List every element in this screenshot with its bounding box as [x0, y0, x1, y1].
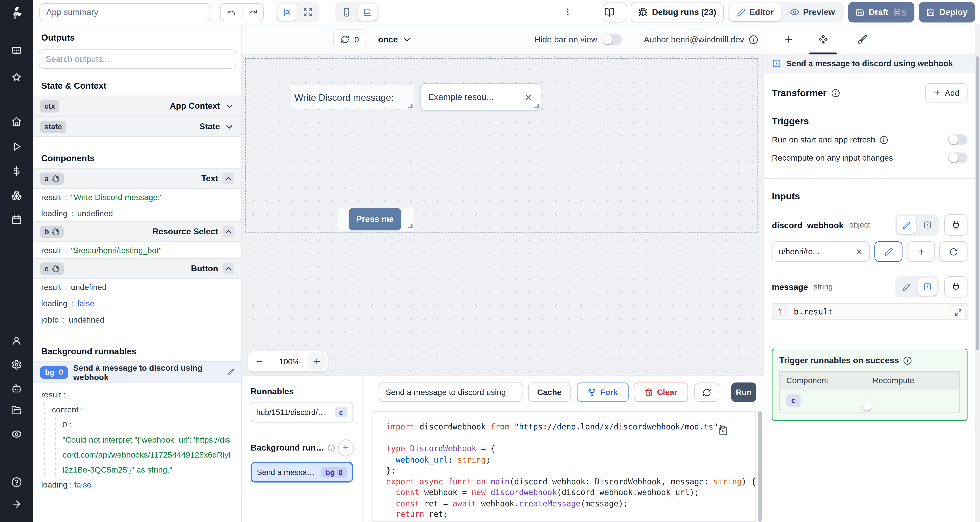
prop-line[interactable]: result:"Write Discord message:"	[33, 189, 241, 205]
collapse-button[interactable]	[223, 263, 234, 274]
static-mode-button[interactable]	[897, 216, 916, 234]
debug-runs-button[interactable]: Debug runs (23)	[631, 2, 724, 22]
hide-bar-toggle[interactable]	[602, 34, 622, 45]
edit-resource-button[interactable]	[874, 241, 902, 262]
collapse-button[interactable]	[223, 172, 234, 184]
state-row-ctx[interactable]: ctxApp Context	[33, 96, 241, 116]
schedule-dropdown[interactable]: once	[378, 24, 412, 54]
component-row-c[interactable]: cButton	[33, 258, 241, 279]
state-row-state[interactable]: stateState	[33, 116, 241, 137]
docs-button[interactable]	[604, 2, 626, 22]
press-me-button[interactable]: Press me	[349, 208, 401, 230]
expand-sidebar-arrow-icon[interactable]	[11, 499, 22, 509]
undo-button[interactable]	[221, 4, 242, 21]
help-icon[interactable]	[11, 477, 22, 487]
code-line[interactable]: webhook_url: string;	[386, 454, 755, 465]
schedules-calendar-icon[interactable]	[11, 214, 22, 225]
code-line[interactable]: type DiscordWebhook = {	[386, 443, 755, 454]
connect-plug-button[interactable]	[944, 214, 967, 236]
clear-button[interactable]: Clear	[634, 382, 688, 402]
clear-x-icon[interactable]	[855, 248, 863, 256]
code-line[interactable]: const webhook = new discordwebhook(disco…	[386, 487, 755, 498]
component-row-a[interactable]: aText	[33, 168, 241, 189]
prop-line[interactable]: loading:undefined	[33, 205, 241, 221]
users-icon[interactable]	[11, 336, 22, 346]
home-icon[interactable]	[11, 116, 22, 127]
runnable-name-input[interactable]	[379, 382, 523, 402]
detail-key[interactable]: result	[41, 390, 61, 399]
runnable-card-bg_0[interactable]: Send a message...bg_0	[251, 462, 353, 482]
trigger-toggle[interactable]	[948, 134, 967, 145]
static-mode-button[interactable]	[897, 278, 916, 296]
detail-key[interactable]: 0	[63, 420, 67, 429]
fullwidth-layout-button[interactable]	[298, 4, 317, 21]
bg-runnable-row[interactable]: bg_0 Send a message to discord using web…	[33, 361, 241, 383]
refresh-code-button[interactable]	[694, 382, 719, 402]
scrollbar-thumb[interactable]	[976, 56, 980, 350]
detail-key[interactable]: content	[52, 405, 79, 414]
windmill-logo-icon[interactable]	[9, 5, 24, 21]
detail-key[interactable]: loading	[41, 480, 68, 489]
runnable-card-c[interactable]: hub/1511/discord/se...c	[251, 402, 353, 423]
clear-x-icon[interactable]	[524, 92, 533, 102]
info-icon[interactable]	[903, 356, 912, 365]
info-icon[interactable]	[749, 35, 758, 44]
zoom-out-button[interactable]	[248, 357, 270, 366]
add-bg-runnable-button[interactable]	[338, 439, 354, 456]
code-scrollbar[interactable]	[758, 411, 762, 522]
eval-mode-button[interactable]: ƒ	[917, 216, 937, 234]
text-component[interactable]: Write Discord message:	[291, 85, 414, 109]
center-layout-button[interactable]	[277, 4, 297, 21]
code-line[interactable]: }	[386, 520, 755, 522]
draft-button[interactable]: Draft ⌘S	[848, 2, 915, 22]
code-line[interactable]: const ret = await webhook.createMessage(…	[386, 498, 755, 509]
search-outputs-input[interactable]	[39, 49, 236, 69]
code-line[interactable]: import discordwebhook from "https://deno…	[386, 421, 755, 432]
component-row-b[interactable]: bResource Select	[33, 221, 241, 242]
code-editor[interactable]: import discordwebhook from "https://deno…	[372, 411, 756, 522]
code-line[interactable]: export async function main(discord_webho…	[386, 476, 755, 487]
collapse-button[interactable]	[223, 226, 234, 237]
expand-editor-button[interactable]	[951, 305, 966, 320]
create-resource-button[interactable]	[907, 241, 935, 262]
folders-icon[interactable]	[11, 405, 22, 415]
desktop-view-button[interactable]	[358, 4, 377, 21]
prop-line[interactable]: loading:false	[33, 295, 241, 311]
run-button[interactable]: Run	[731, 382, 756, 402]
info-icon[interactable]	[831, 89, 840, 97]
chevron-down-icon[interactable]	[224, 101, 234, 111]
resize-handle[interactable]	[535, 103, 539, 108]
mobile-view-button[interactable]	[337, 4, 356, 21]
refresh-count-box[interactable]: 0	[333, 29, 366, 49]
prop-line[interactable]: result:"$res:u/henri/testing_bot"	[33, 242, 241, 258]
styling-tab-icon[interactable]	[858, 35, 867, 45]
page-scrollbar[interactable]	[975, 24, 980, 522]
redo-button[interactable]	[242, 4, 263, 21]
button-component[interactable]: Press me	[337, 208, 414, 231]
code-line[interactable]	[386, 432, 755, 443]
refresh-resource-button[interactable]	[939, 241, 967, 262]
more-options-kebab-icon[interactable]	[563, 7, 572, 17]
runs-play-icon[interactable]	[11, 141, 22, 152]
prop-line[interactable]: jobId:undefined	[33, 311, 241, 328]
connect-plug-button[interactable]	[944, 276, 967, 298]
workers-robot-icon[interactable]	[11, 383, 22, 394]
zoom-in-button[interactable]	[308, 353, 326, 370]
resize-handle[interactable]	[408, 103, 412, 108]
component-settings-tab-icon[interactable]	[818, 35, 828, 45]
tab-preview[interactable]: Preview	[783, 3, 843, 21]
expression-editor[interactable]: 1 b.result	[772, 303, 967, 320]
variables-dollar-icon[interactable]	[11, 166, 22, 176]
favorites-star-icon[interactable]	[11, 72, 22, 83]
settings-gear-icon[interactable]	[11, 359, 22, 370]
apps-icon[interactable]	[11, 45, 22, 56]
trigger-toggle[interactable]	[948, 153, 967, 163]
resource-picker[interactable]: u/henri/te...	[772, 241, 870, 262]
eval-mode-button[interactable]: ƒ	[917, 278, 937, 296]
code-line[interactable]: return ret;	[386, 509, 755, 520]
edit-pencil-icon[interactable]	[228, 369, 234, 376]
resource-select-component[interactable]: Example resou...	[420, 83, 541, 110]
tab-editor[interactable]: Editor	[729, 3, 781, 21]
app-canvas[interactable]: Write Discord message: Example resou... …	[242, 54, 764, 376]
chevron-down-icon[interactable]	[224, 122, 234, 132]
